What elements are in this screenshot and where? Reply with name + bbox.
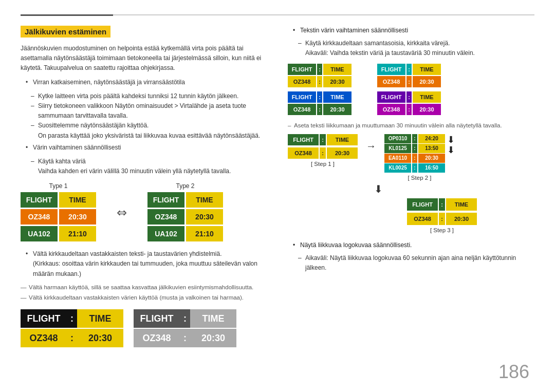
type1-label: Type 1 <box>49 182 67 190</box>
mb3-colon2: : <box>317 104 322 115</box>
right-dash-1: Käytä kirkkaudeltaan samantasoisia, kirk… <box>298 39 534 58</box>
section-title: Jälkikuvien estäminen <box>21 26 110 38</box>
s3-ht: TIME <box>446 198 477 211</box>
mb4-tval: 20:30 <box>413 104 441 115</box>
type2-label: Type 2 <box>176 182 194 190</box>
s2-c1: : <box>412 134 417 143</box>
dash-1-1: Kytke laitteen virta pois päältä kahdeks… <box>31 91 272 101</box>
t1-ua102: UA102 <box>21 226 58 241</box>
mini-board-3: FLIGHT : TIME OZ348 : 20:30 <box>288 91 373 115</box>
s2-t1: 24:20 <box>418 134 445 143</box>
s3-hc: : <box>439 198 445 211</box>
s2-t4: 16:50 <box>418 163 445 173</box>
type-comparison: Type 1 FLIGHT TIME OZ348 20:30 UA102 21: <box>21 182 272 243</box>
bullet-item-2: Värin vaihtaminen säännöllisesti <box>26 143 272 153</box>
lg-flight: FLIGHT <box>134 309 180 328</box>
down-arrow-icon: ⬇ <box>374 183 383 195</box>
t2-oz348: OZ348 <box>147 209 184 225</box>
s3-oc: : <box>439 213 445 225</box>
type1-board: FLIGHT TIME OZ348 20:30 UA102 21:10 <box>21 192 96 243</box>
step3-board: FLIGHT : TIME OZ348 : 20:30 <box>407 198 477 225</box>
dash-list-1: Kytke laitteen virta pois päältä kahdeks… <box>21 91 272 141</box>
right-bullet-list-2: Näytä liikkuvaa logokuvaa säännöllisesti… <box>288 240 534 250</box>
down-arrow-1: ⬇ <box>447 135 455 145</box>
lb-oz348: OZ348 <box>21 329 67 347</box>
double-arrow: ⇔ <box>117 206 127 220</box>
arrow-step1-step2: → <box>366 134 376 152</box>
bottom-boards: FLIGHT : TIME OZ348 : 20:30 FLIGHT : <box>21 309 272 347</box>
main-bullet-list: Virran katkaiseminen, näytönsäästäjä ja … <box>21 78 272 87</box>
bullet-list-3: Vältä kirkkaudeltaan vastakkaisten tekst… <box>21 249 272 279</box>
lg-colon: : <box>180 309 190 328</box>
black-board: FLIGHT : TIME OZ348 : 20:30 <box>21 309 123 347</box>
s2-t3: 20:30 <box>418 154 445 163</box>
mb4-colon2: : <box>406 104 412 115</box>
lg-time-val: 20:30 <box>190 329 236 347</box>
arrow-right-icon: → <box>366 140 376 152</box>
double-down-arrows: ⬇ ⬇ <box>447 134 455 156</box>
s1-oc: : <box>320 147 326 159</box>
type2-block: Type 2 FLIGHT TIME OZ348 20:30 UA102 21: <box>147 182 223 243</box>
mb1-oz: OZ348 <box>288 76 316 87</box>
lb-colon2: : <box>67 329 77 347</box>
mb4-oz: OZ348 <box>377 104 405 115</box>
step2-label: [ Step 2 ] <box>408 175 431 181</box>
right-bullet-list: Tekstin värin vaihtaminen säännöllisesti <box>288 26 534 35</box>
grey-board: FLIGHT : TIME OZ348 : 20:30 <box>134 309 236 347</box>
s2-h1: OP0310 <box>384 134 411 143</box>
t1-2030: 20:30 <box>59 209 96 225</box>
lg-oz348: OZ348 <box>134 329 180 347</box>
mb3-colon: : <box>317 91 322 103</box>
type1-block: Type 1 FLIGHT TIME OZ348 20:30 UA102 21: <box>21 182 96 243</box>
s2-h2: KL0125 <box>384 144 411 153</box>
t2-ua102: UA102 <box>147 226 184 241</box>
t1-time-label: TIME <box>59 192 96 208</box>
s1-oz: OZ348 <box>288 147 319 159</box>
mb2-colon: : <box>406 64 412 75</box>
t2-time-label: TIME <box>186 192 223 208</box>
type2-board: FLIGHT TIME OZ348 20:30 UA102 21:10 <box>147 192 223 243</box>
mb2-time: TIME <box>413 64 441 75</box>
s1-hc: : <box>320 134 326 145</box>
page-number: 186 <box>498 361 529 383</box>
s2-c4: : <box>412 163 417 173</box>
step1-col: FLIGHT : TIME OZ348 : 20:30 [ Step 1 ] <box>288 134 358 167</box>
s1-ot: 20:30 <box>327 147 358 159</box>
right-bullet-2: Näytä liikkuvaa logokuvaa säännöllisesti… <box>293 240 534 250</box>
mb3-oz: OZ348 <box>288 104 316 115</box>
step1-board: FLIGHT : TIME OZ348 : 20:30 <box>288 134 358 159</box>
s3-flight: FLIGHT <box>407 198 438 211</box>
note1: Vältä harmaan käyttöä, sillä se saattaa … <box>21 283 272 292</box>
s2-h3: EA0110 <box>384 154 411 163</box>
right-bullet-1: Tekstin värin vaihtaminen säännöllisesti <box>293 26 534 35</box>
mini-board-1: FLIGHT : TIME OZ348 : 20:30 <box>288 64 373 87</box>
right-dash-2-1: Aikaväli: Näytä liikkuvaa logokuvaa 60 s… <box>298 253 534 273</box>
mb4-flight: FLIGHT <box>377 91 405 103</box>
s1-flight: FLIGHT <box>288 134 319 145</box>
mb4-colon: : <box>406 91 412 103</box>
mb1-tval: 20:30 <box>323 76 351 87</box>
lg-colon2: : <box>180 329 190 347</box>
s2-c2: : <box>412 144 417 153</box>
s3-oz: OZ348 <box>407 213 438 225</box>
mb2-oz: OZ348 <box>377 76 405 87</box>
s2-h4: KL0025 <box>384 163 411 173</box>
mini-board-2: FLIGHT : TIME OZ348 : 20:30 <box>377 64 462 87</box>
t2-flight-label: FLIGHT <box>147 192 184 208</box>
dash-list-2: Käytä kahta väriä Vaihda kahden eri väri… <box>21 157 272 176</box>
t1-flight-label: FLIGHT <box>21 192 58 208</box>
step3-col: FLIGHT : TIME OZ348 : 20:30 [ Step 3 ] <box>349 198 534 233</box>
mb3-flight: FLIGHT <box>288 91 316 103</box>
lb-colon: : <box>67 309 77 328</box>
right-dash-list: Käytä kirkkaudeltaan samantasoisia, kirk… <box>288 39 534 58</box>
right-bottom-notes: Näytä liikkuvaa logokuvaa säännöllisesti… <box>288 240 534 273</box>
bullet-item-1: Virran katkaiseminen, näytönsäästäjä ja … <box>26 78 272 87</box>
top-line-accent <box>21 14 113 16</box>
step2-col: OP0310 : 24:20 KL0125 : 13:50 EA0110 <box>384 134 455 181</box>
mb1-colon: : <box>317 64 322 75</box>
mb2-colon2: : <box>406 76 412 87</box>
s2-c3: : <box>412 154 417 163</box>
right-column: Tekstin värin vaihtaminen säännöllisesti… <box>288 26 534 382</box>
mb1-time: TIME <box>323 64 351 75</box>
mb1-flight: FLIGHT <box>288 64 316 75</box>
